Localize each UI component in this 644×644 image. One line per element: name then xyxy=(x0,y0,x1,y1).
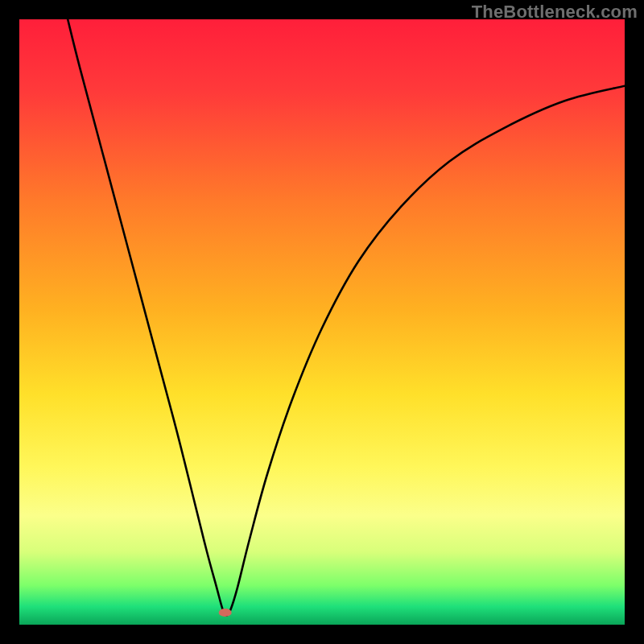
chart-frame xyxy=(19,19,625,625)
optimum-marker xyxy=(219,609,232,617)
chart-svg xyxy=(19,19,625,625)
watermark-label: TheBottleneck.com xyxy=(472,2,638,23)
chart-background xyxy=(19,19,625,625)
